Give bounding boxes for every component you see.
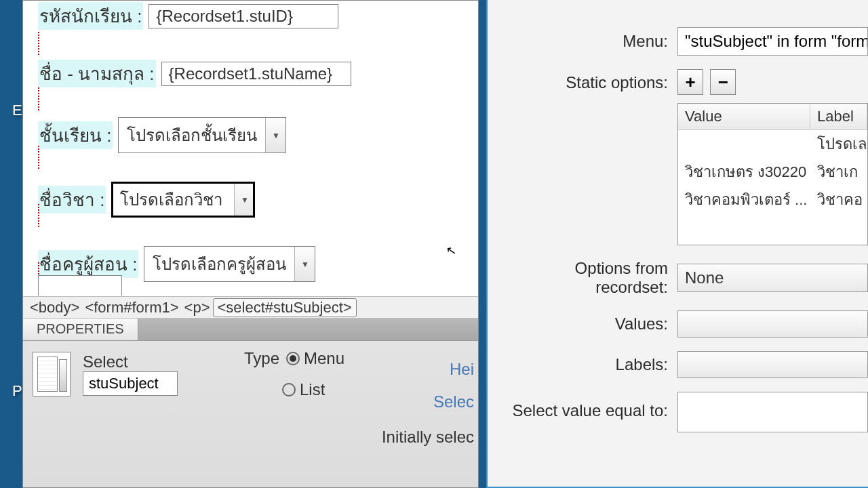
properties-panel: Select Type Menu Hei List [23, 341, 478, 487]
prop-type-label: Type [244, 349, 279, 368]
dlg-values-select[interactable] [677, 310, 868, 338]
field-name[interactable]: {Recordset1.stuName} [161, 62, 351, 86]
field-student-id[interactable]: {Recordset1.stuID} [149, 4, 338, 28]
radio-menu-label: Menu [304, 349, 344, 368]
cell-value[interactable] [678, 130, 810, 158]
dlg-recordset-select[interactable]: None [677, 264, 868, 292]
properties-tabbar: PROPERTIES [23, 319, 478, 341]
tag-selector-bar[interactable]: <body> <form#form1> <p> <select#stuSubje… [23, 296, 478, 319]
cell-label[interactable]: วิชาเก [810, 158, 867, 186]
prop-selections-label: Selec [433, 392, 474, 411]
dlg-values-label: Values: [501, 314, 677, 333]
design-panel: รหัสนักเรียน : {Recordset1.stuID} ชื่อ -… [22, 0, 479, 488]
cell-value[interactable]: วิชาเกษตร ง30220 [678, 158, 810, 186]
chevron-down-icon[interactable]: ▼ [234, 182, 254, 217]
col-label-header[interactable]: Label [810, 104, 867, 129]
dlg-labels-select[interactable] [677, 351, 868, 378]
select-teacher[interactable]: โปรดเลือกครูผู้สอน ▼ [144, 246, 315, 282]
static-options-table[interactable]: Value Label โปรดเล วิชาเกษตร ง30220 วิชา… [677, 103, 868, 245]
dlg-static-label: Static options: [501, 69, 677, 92]
toolbar-letter-e: E [12, 102, 22, 119]
cell-value[interactable]: วิชาคอมพิวเตอร์ ... [678, 186, 810, 214]
select-teacher-value: โปรดเลือกครูผู้สอน [144, 247, 294, 281]
label-teacher: ชื่อครูผู้สอน : [38, 250, 138, 278]
select-class-value: โปรดเลือกชั้นเรียน [119, 118, 265, 152]
chevron-down-icon[interactable]: ▼ [265, 118, 285, 152]
radio-list-label: List [300, 380, 325, 399]
label-name: ชื่อ - นามสกุล : [38, 60, 156, 87]
table-row[interactable]: โปรดเล [678, 130, 867, 158]
tag-p[interactable]: <p> [182, 299, 213, 317]
toolbar-letter-p: P [12, 382, 22, 400]
col-value-header[interactable]: Value [678, 104, 810, 129]
table-row[interactable]: วิชาคอมพิวเตอร์ ... วิชาคอ [678, 186, 867, 214]
table-row[interactable]: วิชาเกษตร ง30220 วิชาเก [678, 158, 867, 186]
dlg-recordset-label: Options from recordset: [501, 259, 677, 297]
select-element-icon [33, 352, 71, 396]
dlg-menu-value: "stuSubject" in form "form1" [677, 27, 868, 56]
label-student-id: รหัสนักเรียน : [38, 2, 143, 30]
prop-select-label: Select [83, 352, 178, 371]
tag-form[interactable]: <form#form1> [82, 299, 181, 317]
tab-properties[interactable]: PROPERTIES [23, 319, 138, 340]
cell-label[interactable]: โปรดเล [810, 130, 867, 158]
tag-body[interactable]: <body> [27, 299, 82, 317]
prop-initially-selected-label: Initially selec [382, 428, 474, 447]
form-canvas[interactable]: รหัสนักเรียน : {Recordset1.stuID} ชื่อ -… [23, 1, 478, 296]
select-subject-value: โปรดเลือกวิชา [112, 182, 234, 217]
label-class: ชั้นเรียน : [38, 121, 113, 149]
label-subject: ชื่อวิชา : [38, 186, 106, 214]
add-option-button[interactable]: + [677, 69, 703, 95]
prop-name-input[interactable] [83, 371, 178, 396]
remove-option-button[interactable]: − [710, 69, 736, 95]
tag-select[interactable]: <select#stuSubject> [213, 298, 357, 317]
cell-label[interactable]: วิชาคอ [810, 186, 867, 214]
radio-menu[interactable]: Menu [286, 349, 344, 368]
dlg-menu-label: Menu: [501, 32, 677, 51]
dlg-labels-label: Labels: [501, 355, 677, 374]
prop-height-label: Hei [450, 360, 474, 379]
dlg-select-equal-label: Select value equal to: [501, 392, 677, 420]
dlg-select-equal-input[interactable] [677, 392, 868, 432]
list-values-dialog: Menu: "stuSubject" in form "form1" Stati… [486, 0, 868, 488]
radio-list[interactable]: List [282, 380, 325, 399]
select-class[interactable]: โปรดเลือกชั้นเรียน ▼ [118, 117, 286, 153]
truncated-element [38, 275, 122, 296]
select-subject[interactable]: โปรดเลือกวิชา ▼ [111, 182, 255, 218]
chevron-down-icon[interactable]: ▼ [294, 247, 315, 281]
